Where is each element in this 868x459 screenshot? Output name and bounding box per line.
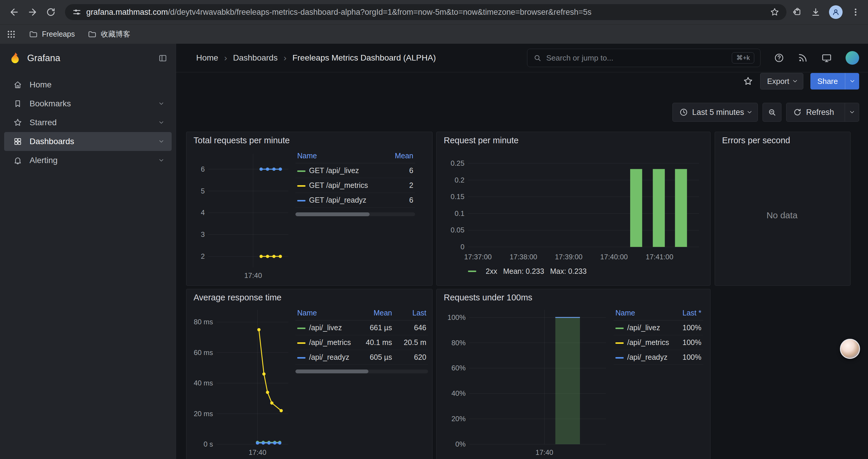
legend-column-header[interactable]: Name bbox=[296, 306, 360, 321]
dashboard-toolbar: Export Share bbox=[743, 73, 859, 90]
chevron-down-icon bbox=[850, 78, 854, 83]
breadcrumb-dashboards[interactable]: Dashboards bbox=[233, 53, 278, 63]
dock-sidebar-icon[interactable] bbox=[158, 54, 167, 63]
breadcrumb-separator bbox=[224, 53, 227, 63]
display-monitor-icon[interactable] bbox=[821, 53, 832, 63]
chart-average-response-time[interactable]: 0 s20 ms40 ms60 ms80 ms17:40 bbox=[189, 306, 291, 458]
favorite-star-icon[interactable] bbox=[743, 76, 753, 86]
floating-assistant-avatar[interactable] bbox=[840, 339, 860, 359]
legend-column-header[interactable]: Name bbox=[296, 149, 381, 163]
time-range-picker[interactable]: Last 5 minutes bbox=[673, 103, 758, 122]
panel-title[interactable]: Average response time bbox=[186, 289, 432, 306]
forward-button[interactable] bbox=[24, 4, 41, 21]
legend-series-name: GET /api/_readyz bbox=[296, 193, 381, 208]
svg-text:0.15: 0.15 bbox=[451, 193, 464, 201]
chevron-down-icon bbox=[159, 138, 163, 143]
browser-profile-avatar[interactable] bbox=[829, 5, 843, 19]
legend-total-requests[interactable]: NameMeanGET /api/_livez6GET /api/_metric… bbox=[291, 149, 428, 282]
back-button[interactable] bbox=[6, 4, 23, 21]
downloads-icon[interactable] bbox=[811, 7, 821, 17]
series-mean: Mean: 0.233 bbox=[503, 267, 544, 275]
legend-series-name: GET /api/_metrics bbox=[296, 178, 381, 193]
panel-errors-per-second: Errors per second No data bbox=[715, 132, 850, 286]
svg-text:40%: 40% bbox=[452, 389, 466, 397]
svg-text:5: 5 bbox=[201, 187, 205, 195]
legend-scrollbar[interactable] bbox=[296, 369, 428, 373]
grafana-logo[interactable] bbox=[8, 52, 22, 65]
svg-text:6: 6 bbox=[201, 165, 205, 173]
legend-value: 646 bbox=[394, 321, 428, 335]
help-icon[interactable] bbox=[774, 53, 784, 63]
chart-total-requests[interactable]: 2345617:40 bbox=[189, 149, 291, 281]
bookmark-folder-freeleaps[interactable]: Freeleaps bbox=[29, 30, 75, 39]
refresh-interval-caret[interactable] bbox=[845, 103, 859, 121]
sidebar-item-bookmarks[interactable]: Bookmarks bbox=[4, 94, 172, 113]
sidebar-item-alerting[interactable]: Alerting bbox=[4, 151, 172, 170]
sidebar-item-starred[interactable]: Starred bbox=[4, 113, 172, 132]
export-button[interactable]: Export bbox=[760, 73, 803, 90]
legend-table: NameLast */api/_livez100%/api/_metrics10… bbox=[614, 306, 703, 365]
grafana-sidebar: Grafana Home Bookmarks Starred D bbox=[0, 44, 176, 459]
panel-title[interactable]: Request per minute bbox=[437, 132, 710, 149]
legend-row[interactable]: /api/_livez100% bbox=[614, 321, 703, 335]
zoom-out-button[interactable] bbox=[763, 103, 781, 122]
legend-average-response-time[interactable]: NameMeanLast/api/_livez661 µs646/api/_me… bbox=[291, 306, 428, 459]
sidebar-item-dashboards[interactable]: Dashboards bbox=[4, 132, 172, 151]
share-label: Share bbox=[810, 73, 845, 90]
series-dash bbox=[615, 328, 624, 329]
sidebar-item-home[interactable]: Home bbox=[4, 75, 172, 94]
share-menu-caret[interactable] bbox=[845, 73, 859, 90]
reload-button[interactable] bbox=[42, 4, 59, 21]
legend-row[interactable]: /api/_readyz100% bbox=[614, 350, 703, 365]
bookmark-folder-blogs[interactable]: 收藏博客 bbox=[88, 29, 130, 39]
legend-row[interactable]: /api/_metrics40.1 ms20.5 m bbox=[296, 335, 428, 350]
svg-text:17:40:00: 17:40:00 bbox=[600, 253, 628, 261]
breadcrumb: Home Dashboards Freeleaps Metrics Dashbo… bbox=[196, 53, 436, 63]
legend-row[interactable]: /api/_readyz605 µs620 bbox=[296, 350, 428, 365]
legend-column-header[interactable]: Mean bbox=[381, 149, 415, 163]
breadcrumb-home[interactable]: Home bbox=[196, 53, 218, 63]
svg-text:20%: 20% bbox=[452, 415, 466, 423]
legend-row[interactable]: GET /api/_livez6 bbox=[296, 163, 415, 178]
apps-grid-icon[interactable] bbox=[6, 30, 16, 39]
search-placeholder: Search or jump to... bbox=[546, 54, 613, 63]
legend-row[interactable]: /api/_metrics100% bbox=[614, 335, 703, 350]
news-rss-icon[interactable] bbox=[798, 53, 808, 63]
svg-text:80 ms: 80 ms bbox=[194, 318, 213, 326]
bookmark-star-icon[interactable] bbox=[770, 7, 779, 17]
legend-row[interactable]: GET /api/_metrics2 bbox=[296, 178, 415, 193]
refresh-button[interactable]: Refresh bbox=[786, 103, 859, 122]
svg-text:0: 0 bbox=[461, 243, 464, 251]
grafana-profile-avatar[interactable] bbox=[845, 51, 859, 65]
legend-row[interactable]: /api/_livez661 µs646 bbox=[296, 321, 428, 335]
sidebar-item-label: Dashboards bbox=[30, 137, 74, 146]
share-button[interactable]: Share bbox=[810, 73, 859, 90]
legend-column-header[interactable]: Name bbox=[614, 306, 669, 321]
browser-menu-icon[interactable] bbox=[851, 7, 860, 17]
legend-series-name: /api/_readyz bbox=[614, 350, 669, 365]
panel-title[interactable]: Total requests per minute bbox=[186, 132, 432, 149]
svg-text:80%: 80% bbox=[452, 339, 466, 347]
time-range-label: Last 5 minutes bbox=[692, 108, 744, 117]
legend-scrollbar[interactable] bbox=[296, 212, 415, 216]
legend-column-header[interactable]: Last bbox=[394, 306, 428, 321]
legend-series-name: /api/_livez bbox=[614, 321, 669, 335]
legend-column-header[interactable]: Last * bbox=[669, 306, 703, 321]
svg-text:0 s: 0 s bbox=[204, 440, 213, 448]
legend-requests-under-100ms[interactable]: NameLast */api/_livez100%/api/_metrics10… bbox=[610, 306, 706, 459]
legend-column-header[interactable]: Mean bbox=[360, 306, 394, 321]
chart-request-per-minute[interactable]: 00.050.10.150.20.2517:37:0017:38:0017:39… bbox=[440, 149, 706, 262]
url-bar[interactable]: grafana.mathmast.com/d/deytv4rwavabkb/fr… bbox=[65, 4, 786, 20]
legend-request-per-minute[interactable]: 2xx Mean: 0.233 Max: 0.233 bbox=[440, 267, 706, 275]
legend-row[interactable]: GET /api/_readyz6 bbox=[296, 193, 415, 208]
extensions-icon[interactable] bbox=[793, 7, 802, 17]
home-icon bbox=[13, 80, 23, 89]
svg-text:17:40: 17:40 bbox=[248, 448, 266, 456]
panel-title[interactable]: Requests under 100ms bbox=[437, 289, 710, 306]
panel-title[interactable]: Errors per second bbox=[715, 132, 850, 149]
search-input[interactable]: Search or jump to... ⌘+k bbox=[527, 49, 761, 67]
series-dash bbox=[468, 270, 476, 272]
svg-text:17:37:00: 17:37:00 bbox=[464, 253, 492, 261]
site-settings-icon[interactable] bbox=[72, 7, 82, 17]
chart-requests-under-100ms[interactable]: 0%20%40%60%80%100%17:40 bbox=[440, 306, 610, 458]
